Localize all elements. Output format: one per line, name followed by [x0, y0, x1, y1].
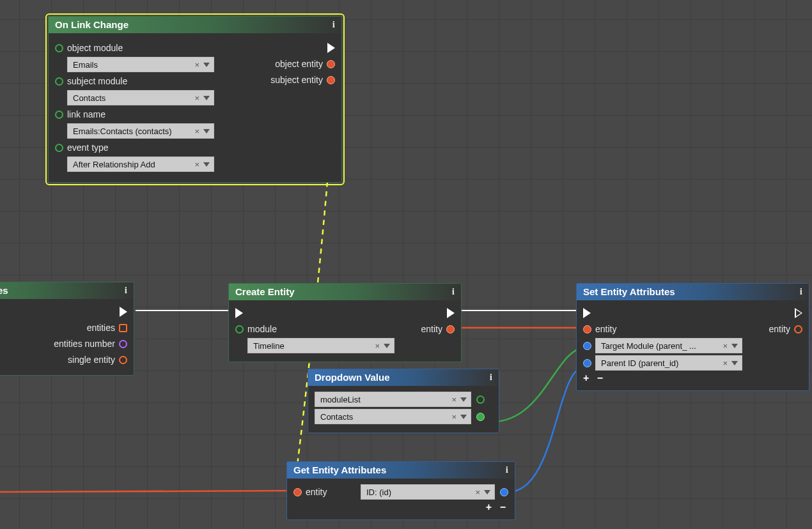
- dropdown-value-field[interactable]: Contacts×: [315, 409, 471, 424]
- node-header[interactable]: On Link Change i: [49, 17, 341, 33]
- node-create-entity[interactable]: Create Entity i module entity Timeline×: [228, 283, 462, 362]
- add-remove-attr[interactable]: + −: [583, 372, 802, 384]
- label-subject-entity: subject entity: [270, 75, 323, 85]
- port-exec-in[interactable]: [235, 308, 243, 318]
- chevron-down-icon[interactable]: [203, 129, 210, 134]
- chevron-down-icon[interactable]: [460, 415, 467, 419]
- port-out-object-entity[interactable]: [327, 60, 335, 68]
- port-in-link-name[interactable]: [55, 111, 63, 119]
- label-single-entity: single entity: [68, 355, 115, 365]
- clear-icon[interactable]: ×: [192, 126, 202, 136]
- chevron-down-icon[interactable]: [731, 361, 738, 365]
- port-in-subject-module[interactable]: [55, 77, 63, 86]
- dropdown-subject-module[interactable]: Contacts×: [67, 90, 214, 105]
- node-title: Get Entity Attributes: [293, 464, 386, 475]
- label-entity-out: entity: [769, 324, 790, 334]
- info-icon[interactable]: i: [506, 464, 508, 475]
- dropdown-module[interactable]: Timeline×: [247, 338, 394, 353]
- clear-icon[interactable]: ×: [192, 160, 202, 169]
- port-out-entity[interactable]: [446, 325, 455, 334]
- chevron-down-icon[interactable]: [203, 96, 210, 100]
- node-title: Set Entity Attributes: [583, 286, 675, 297]
- port-out-id[interactable]: [500, 488, 508, 496]
- node-on-link-change[interactable]: On Link Change i object module Emails× s…: [48, 16, 342, 183]
- label-module: module: [247, 324, 277, 334]
- node-header[interactable]: Dropdown Value i: [308, 369, 499, 386]
- port-exec-out[interactable]: [120, 307, 127, 317]
- port-in-entity[interactable]: [293, 488, 302, 496]
- clear-icon[interactable]: ×: [720, 358, 730, 368]
- clear-icon[interactable]: ×: [192, 93, 202, 103]
- port-exec-out[interactable]: [327, 43, 335, 53]
- clear-icon[interactable]: ×: [449, 412, 459, 422]
- port-exec-out[interactable]: [447, 308, 455, 318]
- label-entities-number: entities number: [54, 339, 115, 349]
- port-in-parent-id[interactable]: [583, 359, 591, 367]
- port-out-value[interactable]: [476, 413, 485, 421]
- chevron-down-icon[interactable]: [484, 490, 490, 494]
- dropdown-event-type[interactable]: After Relationship Add×: [67, 157, 214, 172]
- node-title: tes: [0, 285, 8, 296]
- clear-icon[interactable]: ×: [192, 60, 202, 70]
- info-icon[interactable]: i: [490, 372, 492, 383]
- label-event-type: event type: [67, 142, 109, 153]
- port-in-event-type[interactable]: [55, 144, 63, 152]
- label-subject-module: subject module: [67, 76, 127, 86]
- label-entities: entities: [87, 323, 115, 333]
- clear-icon[interactable]: ×: [449, 395, 459, 404]
- port-out-entity[interactable]: [794, 325, 802, 334]
- port-out-subject-entity[interactable]: [327, 76, 335, 84]
- port-out-single-entity[interactable]: [119, 356, 127, 364]
- node-header[interactable]: Get Entity Attributes i: [287, 462, 515, 479]
- info-icon[interactable]: i: [332, 19, 335, 30]
- label-object-entity: object entity: [275, 59, 323, 69]
- dropdown-parent-id[interactable]: Parent ID (parent_id)×: [595, 355, 742, 371]
- port-exec-in[interactable]: [583, 308, 591, 318]
- label-link-name: link name: [67, 109, 105, 119]
- label-entity-out: entity: [421, 324, 442, 334]
- port-in-entity[interactable]: [583, 325, 591, 334]
- port-out-entities[interactable]: [119, 324, 127, 332]
- node-header[interactable]: . tes i: [0, 282, 134, 299]
- info-icon[interactable]: i: [125, 285, 127, 296]
- node-header[interactable]: Set Entity Attributes i: [577, 284, 809, 300]
- node-left-partial[interactable]: . tes i entities entities number single …: [0, 282, 134, 376]
- chevron-down-icon[interactable]: [384, 344, 390, 348]
- clear-icon[interactable]: ×: [372, 341, 382, 351]
- dropdown-object-module[interactable]: Emails×: [67, 57, 214, 72]
- dropdown-id-field[interactable]: ID: (id)×: [361, 484, 495, 500]
- clear-icon[interactable]: ×: [472, 487, 483, 497]
- label-entity: entity: [306, 487, 327, 497]
- node-set-entity-attributes[interactable]: Set Entity Attributes i entity entity Ta…: [576, 283, 809, 391]
- port-in-object-module[interactable]: [55, 44, 63, 52]
- label-object-module: object module: [67, 43, 123, 53]
- dropdown-target-module[interactable]: Target Module (parent_ ...×: [595, 338, 742, 353]
- chevron-down-icon[interactable]: [203, 63, 210, 67]
- chevron-down-icon[interactable]: [731, 344, 738, 348]
- dropdown-link-name[interactable]: Emails:Contacts (contacts)×: [67, 123, 214, 139]
- chevron-down-icon[interactable]: [460, 397, 467, 402]
- info-icon[interactable]: i: [800, 286, 802, 297]
- node-get-entity-attributes[interactable]: Get Entity Attributes i entity ID: (id)×…: [286, 461, 515, 520]
- info-icon[interactable]: i: [452, 286, 455, 297]
- port-out-entities-number[interactable]: [119, 340, 127, 348]
- node-title: Dropdown Value: [315, 372, 390, 383]
- node-header[interactable]: Create Entity i: [229, 284, 461, 300]
- port-in-module[interactable]: [235, 325, 244, 334]
- node-title: On Link Change: [55, 19, 129, 30]
- node-dropdown-value[interactable]: Dropdown Value i moduleList× Contacts×: [308, 369, 499, 433]
- label-entity-in: entity: [595, 324, 616, 334]
- node-title: Create Entity: [235, 286, 295, 297]
- dropdown-list[interactable]: moduleList×: [315, 392, 471, 407]
- port-exec-out[interactable]: [795, 308, 802, 318]
- add-remove-attr[interactable]: + −: [293, 502, 508, 513]
- port-out-list[interactable]: [476, 395, 485, 404]
- port-in-target-module[interactable]: [583, 342, 591, 350]
- clear-icon[interactable]: ×: [720, 341, 730, 351]
- chevron-down-icon[interactable]: [203, 162, 210, 167]
